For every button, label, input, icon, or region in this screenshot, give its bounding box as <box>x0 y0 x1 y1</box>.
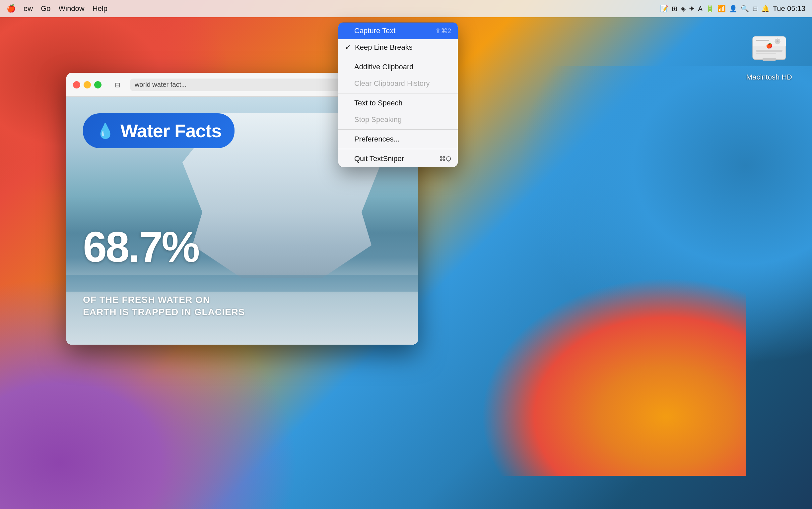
macintosh-hd-icon[interactable]: 🍎 Macintosh HD <box>746 27 792 81</box>
menu-window[interactable]: Window <box>58 4 84 13</box>
search-icon[interactable]: 🔍 <box>741 5 749 12</box>
stat-desc-line1: OF THE FRESH WATER ON <box>83 294 245 306</box>
wifi-icon[interactable]: 📶 <box>717 5 726 12</box>
menu-item-left-stop-speaking: Stop Speaking <box>345 115 402 124</box>
menu-item-left-quit: Quit TextSniper <box>345 155 404 163</box>
menu-item-left-keep-line-breaks: ✓Keep Line Breaks <box>345 43 413 52</box>
menu-item-additive-clipboard[interactable]: Additive Clipboard <box>338 59 458 75</box>
font-icon[interactable]: A <box>698 5 702 12</box>
notch-icon[interactable]: 🔔 <box>761 5 770 12</box>
clock: Tue 05:13 <box>773 4 805 13</box>
water-surface <box>66 275 418 292</box>
context-menu: Capture Text⇧⌘2✓Keep Line BreaksAdditive… <box>338 23 458 167</box>
menu-item-preferences[interactable]: Preferences... <box>338 131 458 147</box>
menu-item-text-to-speech[interactable]: Text to Speech <box>338 95 458 111</box>
menu-separator <box>338 129 458 130</box>
menu-item-label-preferences: Preferences... <box>354 135 400 143</box>
menu-help[interactable]: Help <box>93 4 107 13</box>
menu-item-left-clear-clipboard-history: Clear Clipboard History <box>345 79 430 88</box>
traffic-lights <box>73 81 101 89</box>
svg-rect-6 <box>756 50 782 52</box>
minimize-button[interactable] <box>84 81 91 89</box>
menubar-left: 🍎 ew Go Window Help <box>7 4 107 13</box>
menu-item-label-stop-speaking: Stop Speaking <box>354 115 402 124</box>
svg-rect-8 <box>762 58 776 61</box>
user-icon[interactable]: 👤 <box>729 5 737 12</box>
textsniper-icon[interactable]: 📝 <box>660 5 668 12</box>
menu-item-clear-clipboard-history: Clear Clipboard History <box>338 75 458 92</box>
menu-separator <box>338 149 458 149</box>
svg-rect-5 <box>756 40 769 41</box>
close-button[interactable] <box>73 81 80 89</box>
menu-item-left-text-to-speech: Text to Speech <box>345 99 403 107</box>
menu-item-label-text-to-speech: Text to Speech <box>354 99 403 107</box>
menu-go[interactable]: Go <box>41 4 51 13</box>
menu-item-quit[interactable]: Quit TextSniper⌘Q <box>338 150 458 167</box>
menu-shortcut-capture-text: ⇧⌘2 <box>435 27 451 35</box>
menu-item-label-clear-clipboard-history: Clear Clipboard History <box>354 79 430 88</box>
url-bar[interactable]: world water fact... <box>130 78 352 91</box>
menu-separator <box>338 57 458 57</box>
stat-desc-line2: EARTH IS TRAPPED IN GLACIERS <box>83 306 245 318</box>
water-facts-badge: 💧 Water Facts <box>83 113 235 148</box>
svg-text:🍎: 🍎 <box>766 42 773 49</box>
apple-menu[interactable]: 🍎 <box>7 4 15 13</box>
checkmark-icon: ✓ <box>345 43 351 52</box>
bg-blob-4 <box>480 277 746 476</box>
battery-icon[interactable]: 🔋 <box>706 5 714 12</box>
menu-item-label-keep-line-breaks: Keep Line Breaks <box>355 43 413 52</box>
hd-drive-image: 🍎 <box>748 27 791 70</box>
control-center-icon[interactable]: ⊟ <box>752 5 758 12</box>
fullscreen-button[interactable] <box>94 81 101 89</box>
svg-rect-7 <box>756 53 776 54</box>
menubar-right: 📝 ⊞ ◈ ✈ A 🔋 📶 👤 🔍 ⊟ 🔔 Tue 05:13 <box>660 4 805 13</box>
url-text: world water fact... <box>135 81 187 89</box>
menu-item-left-capture-text: Capture Text <box>345 27 395 35</box>
menu-shortcut-quit: ⌘Q <box>439 155 451 163</box>
grid-icon[interactable]: ⊞ <box>672 5 677 12</box>
menu-item-left-preferences: Preferences... <box>345 135 400 143</box>
menu-item-stop-speaking: Stop Speaking <box>338 111 458 128</box>
menu-item-left-additive-clipboard: Additive Clipboard <box>345 63 414 71</box>
menu-ew[interactable]: ew <box>24 4 33 13</box>
stat-percentage: 68.7% <box>83 222 199 272</box>
menu-item-keep-line-breaks[interactable]: ✓Keep Line Breaks <box>338 39 458 56</box>
hd-label: Macintosh HD <box>746 73 792 81</box>
dropbox-icon[interactable]: ◈ <box>681 5 686 12</box>
menu-item-capture-text[interactable]: Capture Text⇧⌘2 <box>338 23 458 39</box>
menu-separator <box>338 93 458 94</box>
hd-drive-svg: 🍎 <box>749 32 789 65</box>
water-facts-title: Water Facts <box>120 120 221 141</box>
menu-item-label-capture-text: Capture Text <box>354 27 395 35</box>
svg-point-4 <box>777 40 779 42</box>
menubar: 🍎 ew Go Window Help 📝 ⊞ ◈ ✈ A 🔋 📶 👤 🔍 ⊟ … <box>0 0 812 17</box>
stat-description: OF THE FRESH WATER ON EARTH IS TRAPPED I… <box>83 294 245 318</box>
menu-item-label-additive-clipboard: Additive Clipboard <box>354 63 414 71</box>
menu-item-label-quit: Quit TextSniper <box>354 155 404 163</box>
telegram-icon[interactable]: ✈ <box>689 5 694 12</box>
water-drop-emoji: 💧 <box>96 122 115 139</box>
sidebar-toggle-button[interactable]: ⊟ <box>110 79 125 91</box>
